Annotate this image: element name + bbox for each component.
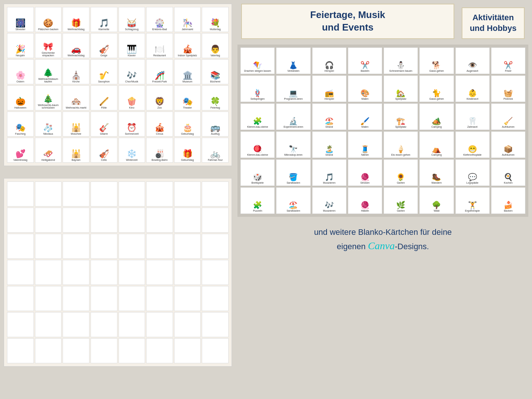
right-card-icon-20: 🏗️ xyxy=(396,117,405,125)
right-card-item: 🌻 Garten xyxy=(384,159,418,186)
bottom-text-section: und weitere Blanko-Kärtchen für deine ei… xyxy=(237,222,528,257)
card-icon-21: 🎢 xyxy=(155,71,165,80)
right-card-label-30: Kieferorthopäde xyxy=(463,153,482,156)
card-icon-20: 🎶 xyxy=(127,71,137,80)
right-card-label-23: Aufräumen xyxy=(502,126,514,128)
blank-card xyxy=(7,260,34,285)
right-card-label-45: Wald xyxy=(434,209,440,212)
card-item: 🎪 Circus xyxy=(146,112,173,137)
card-item: 🎃 Halloween xyxy=(7,85,34,110)
right-card-label-41: Sandkasten xyxy=(286,209,300,212)
blank-card xyxy=(146,208,173,233)
card-label-38: Geburtstag xyxy=(181,133,194,135)
right-card-label-7: Frisör xyxy=(505,70,511,73)
right-card-label-42: Musizieren xyxy=(323,209,335,212)
blank-card xyxy=(91,338,117,363)
card-icon-4: 🥁 xyxy=(127,19,137,27)
right-card-icon-18: 🏖️ xyxy=(325,117,334,125)
card-label-28: Kino xyxy=(129,106,134,109)
card-label-40: Valentinstag xyxy=(13,159,27,162)
blank-card xyxy=(146,260,173,285)
right-card-item: 🏕️ Camping xyxy=(419,103,454,130)
card-label-5: Erlebnis-Bad xyxy=(152,28,167,31)
right-card-grid: 🪁 Drachen steigen lassen 👗 Verkleiden 🎧 … xyxy=(240,47,525,214)
blank-card xyxy=(146,286,173,311)
right-card-icon-40: 🧩 xyxy=(253,201,262,209)
card-item: 🎉 Neujahr xyxy=(7,33,34,58)
blank-card xyxy=(174,312,201,337)
blank-card xyxy=(91,286,117,311)
card-icon-47: 🚲 xyxy=(210,150,220,158)
card-item: ❄️ Winterzeit xyxy=(119,138,145,163)
left-bottom-panel xyxy=(4,178,232,367)
card-label-33: Nikolaus xyxy=(43,133,53,135)
right-card-icon-9: 💻 xyxy=(289,89,298,97)
right-card-item: 🥾 Wandern xyxy=(419,159,454,186)
blank-card xyxy=(146,312,173,337)
right-card-icon-23: 🧹 xyxy=(504,117,513,125)
card-label-4: Schlagzeug xyxy=(125,28,139,31)
card-item: 🎪 Indoor Spielplatz xyxy=(174,33,201,58)
card-icon-28: 🍿 xyxy=(127,98,137,106)
card-item: 🍽️ Restaurant xyxy=(146,33,173,58)
blank-card xyxy=(174,234,201,259)
right-card-icon-15: 🧺 xyxy=(504,89,513,97)
right-card-label-46: Ergotherapie xyxy=(465,209,480,212)
card-icon-34: 🕌 xyxy=(71,124,81,132)
right-card-item: 👶 Kinderarzt xyxy=(455,75,490,102)
card-item: 🎀 Geschenke einpacken xyxy=(35,33,62,58)
card-icon-19: 🎷 xyxy=(99,71,109,80)
card-item: 🎶 Chor/Musik xyxy=(119,59,145,84)
right-card-label-24: Klemm-bau-steine xyxy=(247,153,268,156)
card-item: 🎄 Weihnachts-baum schmücken xyxy=(35,85,62,110)
right-card-label-36: Garten xyxy=(397,181,405,184)
right-card-label-14: Kinderarzt xyxy=(466,98,478,100)
card-icon-6: 🎠 xyxy=(183,19,193,27)
blank-card xyxy=(119,181,145,206)
card-icon-12: 🎹 xyxy=(127,45,137,53)
card-label-19: Saxophon xyxy=(98,80,110,83)
right-card-item: 🎧 Hörspiel xyxy=(312,47,346,74)
right-card-item: 😁 Kieferorthopäde xyxy=(455,131,490,158)
main-title: Feiertage, Musikund Events xyxy=(249,9,446,34)
card-label-46: Geburtstag xyxy=(181,159,194,162)
card-item: ⛪ Kirche xyxy=(63,59,89,84)
card-icon-1: 🍪 xyxy=(43,19,53,27)
right-card-icon-5: 🐕 xyxy=(432,61,441,69)
right-card-icon-6: 👁️ xyxy=(468,61,477,69)
card-item: 🌲 Weihnachtsbaum kaufen xyxy=(35,59,62,84)
card-icon-26: 🏘️ xyxy=(71,98,81,106)
blank-card xyxy=(119,338,145,363)
right-card-icon-24: 🪀 xyxy=(253,145,262,153)
right-card-icon-47: 🍰 xyxy=(504,201,513,209)
right-card-item: 👁️ Augenarzt xyxy=(455,47,490,74)
card-label-15: Vatertag xyxy=(211,54,220,57)
right-card-label-10: Hörspiel xyxy=(324,98,334,100)
right-card-icon-31: 📦 xyxy=(504,145,513,153)
card-label-34: Moschee xyxy=(71,133,81,135)
card-icon-40: 💕 xyxy=(15,150,25,158)
card-item: 📚 Bücherei xyxy=(202,59,229,84)
right-card-icon-21: 🏕️ xyxy=(432,117,441,125)
card-item: 🏘️ Weihnachts-markt xyxy=(63,85,89,110)
right-card-item: ⛄ Schneemann bauen xyxy=(384,47,418,74)
right-card-item: 🦷 Zahnarzt xyxy=(455,103,490,130)
right-card-item: 🎶 Musizieren xyxy=(312,187,346,214)
right-card-label-13: Gassi-gehen xyxy=(429,98,444,100)
right-card-icon-4: ⛄ xyxy=(396,61,405,69)
card-label-2: Weihnachtstag xyxy=(67,28,84,31)
card-label-26: Weihnachts-markt xyxy=(66,106,86,109)
card-label-47: Fahrrad-Tour xyxy=(208,159,222,162)
right-card-icon-38: 💬 xyxy=(468,173,477,181)
blank-card xyxy=(146,338,173,363)
right-card-label-11: Malen xyxy=(362,98,369,100)
card-label-12: Klavier xyxy=(128,54,135,57)
card-label-3: Klarinette xyxy=(98,28,109,31)
blank-card xyxy=(174,286,201,311)
blank-card xyxy=(91,312,117,337)
right-card-item: 💬 Logopädie xyxy=(455,159,490,186)
blank-card xyxy=(63,260,89,285)
card-icon-15: 👨 xyxy=(210,45,220,53)
blank-card xyxy=(202,312,229,337)
card-icon-24: 🎃 xyxy=(15,98,25,106)
